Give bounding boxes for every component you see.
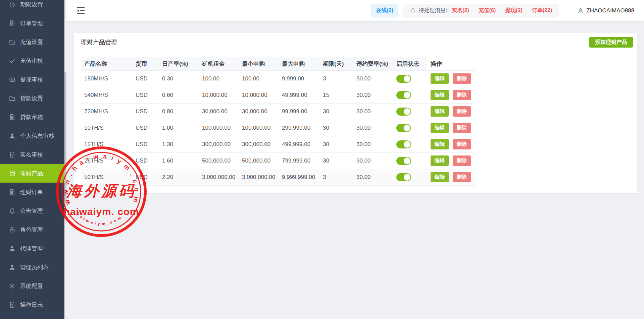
cell-name: 50TH/S [81,169,132,185]
cell-daily_rate: 0.60 [159,87,199,103]
cell-rent: 100.00 [199,70,239,87]
sidebar-item-label: 订单管理 [20,19,43,27]
products-table: 产品名称货币日产率(%)矿机租金最小申购最大申购期限(天)违约费率(%)启用状态… [81,57,476,186]
pending-link-3[interactable]: 订单(22) [532,7,552,14]
sidebar-item-3[interactable]: 充值审核 [0,51,64,70]
cell-rent: 500,000.00 [199,152,239,169]
cell-currency: USD [132,136,159,152]
toggle-knob [404,174,410,181]
delete-button[interactable]: 删除 [453,123,471,133]
delete-button[interactable]: 删除 [453,106,471,117]
document-icon [9,301,16,308]
edit-button[interactable]: 编辑 [431,123,449,133]
cell-name: 180MH/S [81,70,132,87]
sidebar-item-label: 贷款设置 [20,94,43,102]
column-header-0: 产品名称 [81,57,132,70]
cell-enabled [393,120,427,136]
pending-link-1[interactable]: 充值(6) [479,7,496,14]
sidebar-item-2[interactable]: 充值设置 [0,33,64,51]
clock-icon [9,1,16,8]
card-header: 理财产品管理 添加理财产品 [74,33,637,52]
cell-max: 499,999.00 [279,136,319,152]
table-row: 180MH/SUSD0.30100.00100.009,999.00330.00… [81,70,476,87]
toggle-knob [404,92,410,99]
cell-daily_rate: 0.80 [159,103,199,120]
document-icon [9,114,16,120]
cell-max: 49,999.00 [279,87,319,103]
enable-toggle[interactable] [396,173,411,181]
enable-toggle[interactable] [396,91,411,99]
sidebar-item-5[interactable]: 贷款设置 [0,89,64,108]
sidebar-item-15[interactable]: 系统配置 [0,276,64,295]
pending-link-2[interactable]: 提现(2) [505,7,523,14]
online-badge[interactable]: 在线(2) [371,4,398,17]
cell-rent: 30,000.00 [199,103,239,120]
user-menu[interactable]: ZHAOCAIMAO888 [578,7,634,14]
edit-button[interactable]: 编辑 [431,73,449,84]
add-product-button[interactable]: 添加理财产品 [589,37,633,48]
collapse-menu-icon[interactable] [77,6,85,15]
cell-actions: 编辑删除 [427,87,476,103]
enable-toggle[interactable] [396,140,411,148]
user-icon [9,132,16,139]
delete-button[interactable]: 删除 [453,139,471,149]
column-header-2: 日产率(%) [159,57,199,70]
pending-link-0[interactable]: 实名(2) [452,7,469,14]
sidebar-item-14[interactable]: 管理员列表 [0,258,64,276]
cell-name: 10TH/S [81,120,132,136]
card-body: 产品名称货币日产率(%)矿机租金最小申购最大申购期限(天)违约费率(%)启用状态… [74,52,637,186]
sidebar-item-label: 代理管理 [20,245,43,252]
sidebar-item-13[interactable]: 代理管理 [0,239,64,258]
pending-messages-bar: 待处理消息: 实名(2)充值(6)提现(2)订单(22) [403,4,559,18]
toggle-knob [404,108,410,115]
edit-button[interactable]: 编辑 [431,106,449,117]
sidebar-item-6[interactable]: 贷款审核 [0,108,64,126]
delete-button[interactable]: 删除 [453,155,471,166]
column-header-6: 期限(天) [319,57,353,70]
page-title: 理财产品管理 [81,38,117,46]
cell-min: 500,000.00 [239,152,279,169]
enable-toggle[interactable] [396,157,411,165]
sidebar-item-8[interactable]: 实名审核 [0,145,64,164]
content: 理财产品管理 添加理财产品 产品名称货币日产率(%)矿机租金最小申购最大申购期限… [66,21,644,319]
enable-toggle[interactable] [396,75,411,83]
sidebar-scrollbar-thumb[interactable] [64,72,66,207]
edit-button[interactable]: 编辑 [431,139,449,149]
sidebar-item-11[interactable]: 公告管理 [0,201,64,220]
sidebar-item-16[interactable]: 操作日志 [0,295,64,314]
sidebar-item-12[interactable]: 角色管理 [0,220,64,239]
database-icon [9,170,16,177]
cell-enabled [393,70,427,87]
table-row: 50TH/SUSD2.203,000,000.003,000,000.009,9… [81,169,476,185]
cell-days: 30 [319,120,353,136]
table-row: 20TH/SUSD1.60500,000.00500,000.00799,999… [81,152,476,169]
cell-penalty: 30.00 [353,120,393,136]
sidebar-item-4[interactable]: 提现审核 [0,70,64,89]
toggle-knob [404,75,410,82]
delete-button[interactable]: 删除 [453,73,471,84]
sidebar-item-label: 充值设置 [20,38,43,46]
cell-currency: USD [132,87,159,103]
sidebar-scrollbar[interactable] [64,0,66,319]
sidebar-item-9[interactable]: 理财产品 [0,164,64,183]
hamburger-mid [77,9,85,12]
delete-button[interactable]: 删除 [453,172,471,182]
cell-name: 20TH/S [81,152,132,169]
column-header-1: 货币 [132,57,159,70]
user-icon [578,8,584,14]
table-row: 540MH/SUSD0.6010,000.0010,000.0049,999.0… [81,87,476,103]
edit-button[interactable]: 编辑 [431,155,449,166]
delete-button[interactable]: 删除 [453,90,471,100]
sidebar-item-10[interactable]: 理财订单 [0,183,64,201]
sidebar-item-0[interactable]: 期限设置 [0,0,64,14]
document-icon [9,189,16,195]
edit-button[interactable]: 编辑 [431,172,449,182]
sidebar-item-1[interactable]: 订单管理 [0,14,64,33]
username: ZHAOCAIMAO888 [586,7,634,14]
sidebar-item-7[interactable]: 个人信息审核 [0,126,64,145]
enable-toggle[interactable] [396,108,411,116]
enable-toggle[interactable] [396,124,411,132]
edit-button[interactable]: 编辑 [431,90,449,100]
column-header-8: 启用状态 [393,57,427,70]
folder-icon [9,39,16,45]
